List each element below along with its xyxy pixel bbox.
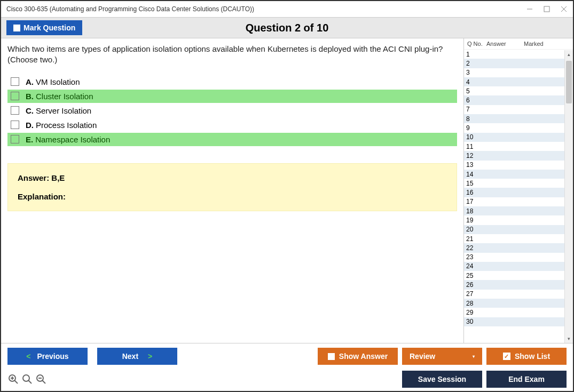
option-D[interactable]: D. Process Isolation bbox=[7, 118, 457, 132]
review-button[interactable]: Review ▾ bbox=[402, 348, 482, 365]
qlist-row[interactable]: 5 bbox=[464, 86, 573, 95]
qlist-row[interactable]: 12 bbox=[464, 151, 573, 160]
option-B[interactable]: B. Cluster Isolation bbox=[7, 90, 457, 103]
zoom-reset-icon[interactable] bbox=[21, 373, 33, 385]
option-checkbox[interactable] bbox=[11, 77, 19, 86]
qlist-row[interactable]: 23 bbox=[464, 253, 573, 262]
qlist-row[interactable]: 19 bbox=[464, 215, 573, 225]
answer-box: Answer: B,E Explanation: bbox=[7, 163, 457, 211]
svg-line-9 bbox=[29, 381, 32, 384]
svg-rect-1 bbox=[544, 6, 549, 12]
button-row-2: Save Session End Exam bbox=[7, 371, 567, 388]
next-button[interactable]: Next > bbox=[97, 348, 177, 365]
qlist-row[interactable]: 20 bbox=[464, 225, 573, 234]
scroll-thumb[interactable] bbox=[566, 61, 572, 103]
qlist-row[interactable]: 10 bbox=[464, 133, 573, 142]
option-C[interactable]: C. Server Isolation bbox=[7, 104, 457, 117]
qlist-row[interactable]: 9 bbox=[464, 123, 573, 132]
svg-point-8 bbox=[23, 375, 29, 381]
mark-label: Mark Question bbox=[23, 23, 75, 32]
col-marked: Marked bbox=[524, 41, 572, 47]
qlist-row[interactable]: 14 bbox=[464, 170, 573, 179]
dropdown-icon: ▾ bbox=[473, 354, 475, 359]
previous-button[interactable]: < Previous bbox=[7, 348, 88, 365]
zoom-out-icon[interactable] bbox=[35, 373, 47, 385]
explanation-line: Explanation: bbox=[18, 192, 447, 201]
scroll-up-icon[interactable]: ▴ bbox=[565, 50, 573, 59]
qlist-row[interactable]: 8 bbox=[464, 114, 573, 123]
qlist-row[interactable]: 1 bbox=[464, 50, 573, 59]
qlist-row[interactable]: 2 bbox=[464, 59, 573, 68]
qlist-row[interactable]: 28 bbox=[464, 299, 573, 308]
chevron-right-icon: > bbox=[148, 352, 152, 361]
app-window: Cisco 300-635 (Automating and Programmin… bbox=[0, 0, 574, 392]
qlist-row[interactable]: 7 bbox=[464, 105, 573, 114]
titlebar: Cisco 300-635 (Automating and Programmin… bbox=[1, 1, 573, 17]
option-text: Process Isolation bbox=[36, 121, 97, 130]
option-letter: C. bbox=[26, 106, 34, 115]
header-bar: Mark Question Question 2 of 10 bbox=[1, 17, 573, 38]
scrollbar[interactable]: ▴ ▾ bbox=[564, 50, 573, 343]
answer-line: Answer: B,E bbox=[18, 173, 447, 182]
show-list-checkbox-icon: ✓ bbox=[503, 353, 510, 360]
question-list[interactable]: 1234567891011121314151617181920212223242… bbox=[464, 50, 573, 343]
qlist-row[interactable]: 18 bbox=[464, 206, 573, 215]
mark-checkbox-icon bbox=[13, 25, 20, 31]
col-answer: Answer bbox=[486, 41, 524, 47]
show-answer-checkbox-icon bbox=[328, 353, 335, 360]
save-session-button[interactable]: Save Session bbox=[402, 371, 482, 388]
option-checkbox[interactable] bbox=[11, 106, 19, 115]
question-text: Which two items are types of application… bbox=[7, 44, 457, 66]
svg-line-5 bbox=[15, 381, 18, 384]
col-qno: Q No. bbox=[465, 41, 486, 47]
mark-question-button[interactable]: Mark Question bbox=[6, 20, 82, 35]
end-exam-button[interactable]: End Exam bbox=[486, 371, 567, 388]
option-letter: E. bbox=[26, 135, 33, 144]
qlist-row[interactable]: 16 bbox=[464, 188, 573, 197]
show-list-button[interactable]: ✓ Show List bbox=[486, 348, 567, 365]
content-row: Which two items are types of application… bbox=[1, 38, 573, 343]
scroll-down-icon[interactable]: ▾ bbox=[565, 334, 573, 343]
qlist-row[interactable]: 22 bbox=[464, 243, 573, 252]
qlist-row[interactable]: 13 bbox=[464, 161, 573, 170]
option-E[interactable]: E. Namespace Isolation bbox=[7, 133, 457, 146]
option-checkbox[interactable] bbox=[11, 135, 19, 143]
qlist-row[interactable]: 17 bbox=[464, 197, 573, 206]
question-heading: Question 2 of 10 bbox=[246, 22, 329, 34]
option-text: Namespace Isolation bbox=[35, 135, 110, 144]
question-list-pane: Q No. Answer Marked 12345678910111213141… bbox=[463, 38, 573, 343]
qlist-row[interactable]: 21 bbox=[464, 234, 573, 243]
qlist-header: Q No. Answer Marked bbox=[464, 38, 573, 50]
option-A[interactable]: A. VM Isolation bbox=[7, 75, 457, 89]
maximize-button[interactable] bbox=[543, 5, 551, 13]
option-text: Server Isolation bbox=[36, 106, 91, 115]
qlist-row[interactable]: 4 bbox=[464, 77, 573, 86]
option-text: Cluster Isolation bbox=[36, 92, 93, 101]
qlist-row[interactable]: 29 bbox=[464, 308, 573, 317]
show-answer-button[interactable]: Show Answer bbox=[318, 348, 398, 365]
qlist-row[interactable]: 25 bbox=[464, 271, 573, 280]
bottom-bar: < Previous Next > Show Answer Review ▾ ✓… bbox=[1, 343, 573, 391]
qlist-row[interactable]: 24 bbox=[464, 262, 573, 271]
zoom-in-icon[interactable] bbox=[7, 373, 19, 385]
option-letter: D. bbox=[26, 121, 34, 130]
window-title: Cisco 300-635 (Automating and Programmin… bbox=[6, 5, 526, 13]
button-row-1: < Previous Next > Show Answer Review ▾ ✓… bbox=[7, 348, 567, 365]
option-checkbox[interactable] bbox=[11, 121, 19, 129]
main-pane: Which two items are types of application… bbox=[1, 38, 463, 343]
svg-line-11 bbox=[43, 381, 46, 384]
window-controls bbox=[526, 5, 568, 13]
qlist-row[interactable]: 11 bbox=[464, 142, 573, 151]
qlist-row[interactable]: 3 bbox=[464, 68, 573, 77]
qlist-row[interactable]: 30 bbox=[464, 317, 573, 326]
qlist-row[interactable]: 6 bbox=[464, 95, 573, 105]
qlist-row[interactable]: 27 bbox=[464, 290, 573, 299]
zoom-controls bbox=[7, 373, 47, 385]
qlist-row[interactable]: 26 bbox=[464, 280, 573, 289]
close-button[interactable] bbox=[560, 5, 568, 13]
qlist-row[interactable]: 15 bbox=[464, 179, 573, 188]
option-checkbox[interactable] bbox=[11, 92, 19, 100]
option-text: VM Isolation bbox=[36, 77, 80, 86]
minimize-button[interactable] bbox=[526, 5, 533, 13]
options-list: A. VM IsolationB. Cluster IsolationC. Se… bbox=[7, 75, 457, 147]
